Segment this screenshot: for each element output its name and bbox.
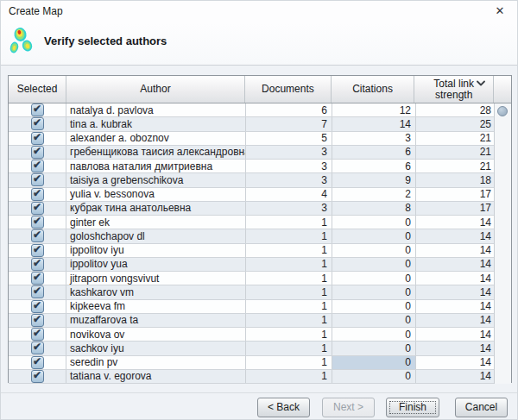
citations-cell[interactable]: 6 — [332, 160, 416, 172]
row-checkbox[interactable]: ✔ — [31, 258, 44, 271]
total-link-strength-cell[interactable]: 14 — [416, 314, 496, 327]
back-button[interactable]: < Back — [257, 398, 310, 417]
documents-cell[interactable]: 1 — [246, 285, 332, 298]
documents-cell[interactable]: 1 — [246, 216, 332, 229]
row-checkbox[interactable]: ✔ — [31, 244, 44, 257]
row-checkbox[interactable]: ✔ — [31, 132, 44, 145]
table-row[interactable]: ✔павлова наталия дмитриевна3621 — [9, 160, 511, 173]
total-link-strength-cell[interactable]: 21 — [416, 132, 496, 145]
total-link-strength-cell[interactable]: 14 — [416, 244, 496, 257]
author-cell[interactable]: ippolitov iyu — [66, 244, 246, 257]
table-row[interactable]: ✔taisiya a grebenschikova3918 — [9, 173, 511, 187]
row-checkbox[interactable]: ✔ — [31, 146, 44, 159]
table-row[interactable]: ✔ginter ek1014 — [9, 216, 511, 229]
finish-button[interactable]: Finish — [386, 398, 439, 417]
table-row[interactable]: ✔ippolitov yua1014 — [9, 258, 511, 272]
citations-cell[interactable]: 0 — [332, 314, 416, 327]
row-checkbox[interactable]: ✔ — [31, 370, 44, 383]
author-cell[interactable]: goloshchapov dl — [66, 229, 246, 242]
total-link-strength-cell[interactable]: 21 — [416, 146, 496, 159]
author-cell[interactable]: tatiana v. egorova — [66, 370, 246, 383]
table-row[interactable]: ✔sachkov iyu1014 — [9, 342, 511, 355]
table-row[interactable]: ✔goloshchapov dl1014 — [9, 229, 511, 243]
total-link-strength-cell[interactable]: 14 — [416, 216, 496, 229]
citations-cell[interactable]: 0 — [332, 328, 416, 341]
citations-cell[interactable]: 2 — [332, 188, 416, 201]
table-row[interactable]: ✔kashkarov vm1014 — [9, 285, 511, 299]
author-cell[interactable]: кубрак тина анатольевна — [66, 202, 246, 215]
citations-cell[interactable]: 9 — [332, 173, 416, 186]
author-cell[interactable]: ippolitov yua — [66, 258, 246, 271]
total-link-strength-cell[interactable]: 14 — [416, 300, 496, 313]
table-row[interactable]: ✔ippolitov iyu1014 — [9, 244, 511, 258]
documents-cell[interactable]: 1 — [246, 342, 332, 354]
documents-cell[interactable]: 3 — [246, 173, 332, 186]
total-link-strength-cell[interactable]: 14 — [416, 356, 496, 369]
cancel-button[interactable]: Cancel — [455, 398, 508, 417]
author-cell[interactable]: kashkarov vm — [66, 285, 246, 298]
row-checkbox[interactable]: ✔ — [31, 202, 44, 215]
column-header-documents[interactable]: Documents — [245, 76, 332, 103]
author-cell[interactable]: павлова наталия дмитриевна — [66, 160, 246, 172]
column-header-selected[interactable]: Selected — [9, 76, 66, 103]
total-link-strength-cell[interactable]: 14 — [416, 258, 496, 271]
row-checkbox[interactable]: ✔ — [31, 229, 44, 242]
citations-cell[interactable]: 8 — [332, 202, 416, 215]
total-link-strength-cell[interactable]: 14 — [416, 272, 496, 285]
author-cell[interactable]: alexander a. oboznov — [66, 132, 246, 145]
row-checkbox[interactable]: ✔ — [31, 160, 44, 172]
documents-cell[interactable]: 5 — [246, 132, 332, 145]
table-row[interactable]: ✔tatiana v. egorova1014 — [9, 370, 511, 384]
row-checkbox[interactable]: ✔ — [31, 328, 44, 341]
citations-cell[interactable]: 6 — [332, 146, 416, 159]
documents-cell[interactable]: 3 — [246, 146, 332, 159]
author-cell[interactable]: yulia v. bessonova — [66, 188, 246, 201]
table-row[interactable]: ✔kipkeeva fm1014 — [9, 300, 511, 314]
author-cell[interactable]: muzaffarova ta — [66, 314, 246, 327]
total-link-strength-cell[interactable]: 17 — [416, 188, 496, 201]
total-link-strength-cell[interactable]: 18 — [416, 173, 496, 186]
documents-cell[interactable]: 1 — [246, 314, 332, 327]
total-link-strength-cell[interactable]: 17 — [416, 202, 496, 215]
citations-cell[interactable]: 0 — [332, 272, 416, 285]
documents-cell[interactable]: 1 — [246, 229, 332, 242]
table-row[interactable]: ✔кубрак тина анатольевна3817 — [9, 202, 511, 216]
citations-cell[interactable]: 0 — [332, 370, 416, 383]
citations-cell[interactable]: 0 — [332, 285, 416, 298]
row-checkbox[interactable]: ✔ — [31, 314, 44, 327]
row-checkbox[interactable]: ✔ — [31, 272, 44, 285]
total-link-strength-cell[interactable]: 14 — [416, 342, 496, 354]
citations-cell[interactable]: 3 — [332, 132, 416, 145]
row-checkbox[interactable]: ✔ — [31, 356, 44, 369]
row-checkbox[interactable]: ✔ — [31, 216, 44, 229]
total-link-strength-cell[interactable]: 14 — [416, 370, 496, 383]
documents-cell[interactable]: 1 — [246, 370, 332, 383]
citations-cell[interactable]: 0 — [332, 342, 416, 354]
table-row[interactable]: ✔jitraporn vongsvivut1014 — [9, 272, 511, 285]
citations-cell[interactable]: 14 — [332, 117, 416, 130]
author-cell[interactable]: jitraporn vongsvivut — [66, 272, 246, 285]
documents-cell[interactable]: 1 — [246, 272, 332, 285]
row-checkbox[interactable]: ✔ — [31, 173, 44, 186]
total-link-strength-cell[interactable]: 21 — [416, 160, 496, 172]
documents-cell[interactable]: 7 — [246, 117, 332, 130]
documents-cell[interactable]: 1 — [246, 244, 332, 257]
documents-cell[interactable]: 3 — [246, 160, 332, 172]
table-row[interactable]: ✔гребенщикова таисия александровна3621 — [9, 146, 511, 160]
row-checkbox[interactable]: ✔ — [31, 188, 44, 201]
author-cell[interactable]: гребенщикова таисия александровна — [66, 146, 246, 159]
column-header-total-link-strength[interactable]: Total link strength — [414, 76, 494, 103]
column-header-author[interactable]: Author — [66, 76, 245, 103]
documents-cell[interactable]: 3 — [246, 202, 332, 215]
citations-cell[interactable]: 0 — [332, 216, 416, 229]
table-row[interactable]: ✔natalya d. pavlova61228 — [9, 103, 511, 117]
scrollbar-thumb[interactable] — [497, 106, 508, 116]
documents-cell[interactable]: 6 — [246, 103, 332, 116]
total-link-strength-cell[interactable]: 25 — [416, 117, 496, 130]
citations-cell[interactable]: 0 — [332, 258, 416, 271]
row-checkbox[interactable]: ✔ — [31, 342, 44, 354]
author-cell[interactable]: tina a. kubrak — [66, 117, 246, 130]
table-row[interactable]: ✔yulia v. bessonova4217 — [9, 188, 511, 202]
citations-cell[interactable]: 0 — [332, 229, 416, 242]
author-cell[interactable]: ginter ek — [66, 216, 246, 229]
